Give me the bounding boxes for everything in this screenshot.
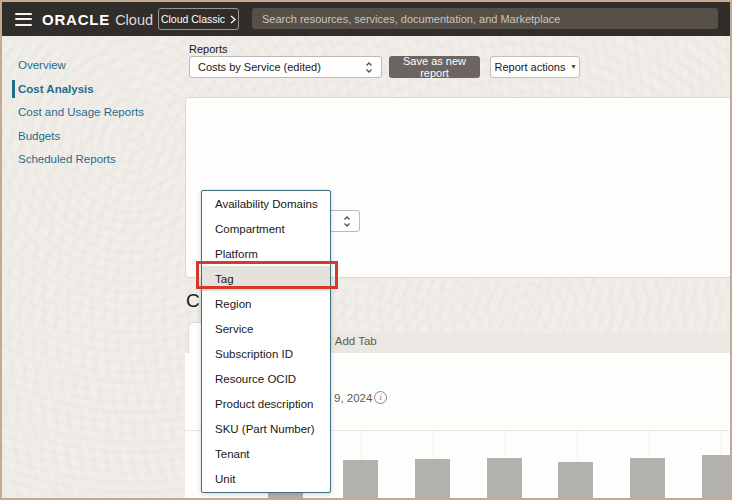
add-tab-button[interactable]: + Add Tab	[324, 335, 377, 347]
add-tab-label: Add Tab	[335, 335, 377, 347]
filter-menu-item-subscription-id[interactable]: Subscription ID	[202, 341, 330, 366]
hamburger-menu-icon[interactable]	[15, 13, 32, 26]
chart-gridline-vertical	[505, 431, 506, 499]
filter-menu-item-availability-domains[interactable]: Availability Domains	[202, 191, 330, 216]
info-icon[interactable]: i	[374, 391, 387, 404]
search-placeholder: Search resources, services, documentatio…	[262, 13, 560, 25]
chart-gridline-vertical	[649, 431, 650, 499]
top-navigation-bar: ORACLE Cloud Cloud Classic Search resour…	[2, 2, 730, 36]
report-select-value: Costs by Service (edited)	[198, 61, 321, 73]
filter-menu-item-compartment[interactable]: Compartment	[202, 216, 330, 241]
obscured-section-heading-fragment: C	[186, 290, 200, 312]
filter-menu-item-resource-ocid[interactable]: Resource OCID	[202, 367, 330, 392]
filter-menu-item-platform[interactable]: Platform	[202, 241, 330, 266]
filter-menu-item-region[interactable]: Region	[202, 291, 330, 316]
sidebar-item-scheduled-reports[interactable]: Scheduled Reports	[18, 151, 144, 167]
sidebar-item-overview[interactable]: Overview	[18, 57, 144, 73]
oracle-cloud-console-window: ORACLE Cloud Cloud Classic Search resour…	[0, 0, 732, 500]
chart-gridline-vertical	[577, 431, 578, 499]
logo-oracle-text: ORACLE	[42, 11, 110, 28]
sidebar-navigation: Overview Cost Analysis Cost and Usage Re…	[18, 57, 144, 167]
filter-menu-item-tag[interactable]: Tag	[202, 266, 330, 291]
report-actions-label: Report actions	[495, 61, 566, 73]
chart-gridline-vertical	[721, 431, 722, 499]
select-chevrons-icon	[365, 61, 373, 74]
chart-gridline-vertical	[361, 431, 362, 499]
save-button-label: Save as new report	[389, 55, 480, 79]
logo-cloud-text: Cloud	[115, 12, 153, 28]
select-chevrons-icon	[343, 215, 351, 228]
save-as-new-report-button[interactable]: Save as new report	[389, 56, 480, 78]
report-actions-button[interactable]: Report actions ▾	[490, 56, 580, 78]
caret-down-icon: ▾	[571, 63, 575, 71]
chevron-right-icon	[230, 15, 236, 24]
chart-title-fragment: 9, 2024	[334, 392, 372, 404]
cloud-classic-button[interactable]: Cloud Classic	[158, 8, 239, 30]
filter-menu-item-service[interactable]: Service	[202, 316, 330, 341]
sidebar-item-cost-usage-reports[interactable]: Cost and Usage Reports	[18, 104, 144, 120]
filter-menu-item-product-description[interactable]: Product description	[202, 392, 330, 417]
filter-menu-item-sku[interactable]: SKU (Part Number)	[202, 417, 330, 442]
global-search-input[interactable]: Search resources, services, documentatio…	[252, 8, 718, 29]
chart-gridline-vertical	[433, 431, 434, 499]
filter-menu-item-tenant[interactable]: Tenant	[202, 442, 330, 467]
oracle-cloud-logo: ORACLE Cloud	[42, 11, 153, 28]
sidebar-item-cost-analysis[interactable]: Cost Analysis	[18, 81, 144, 97]
add-filter-dropdown-menu: Availability Domains Compartment Platfor…	[201, 190, 331, 493]
sidebar-item-budgets[interactable]: Budgets	[18, 128, 144, 144]
filter-menu-item-unit[interactable]: Unit	[202, 467, 330, 492]
reports-label: Reports	[189, 43, 228, 55]
cloud-classic-label: Cloud Classic	[161, 13, 225, 25]
report-select[interactable]: Costs by Service (edited)	[189, 56, 382, 78]
